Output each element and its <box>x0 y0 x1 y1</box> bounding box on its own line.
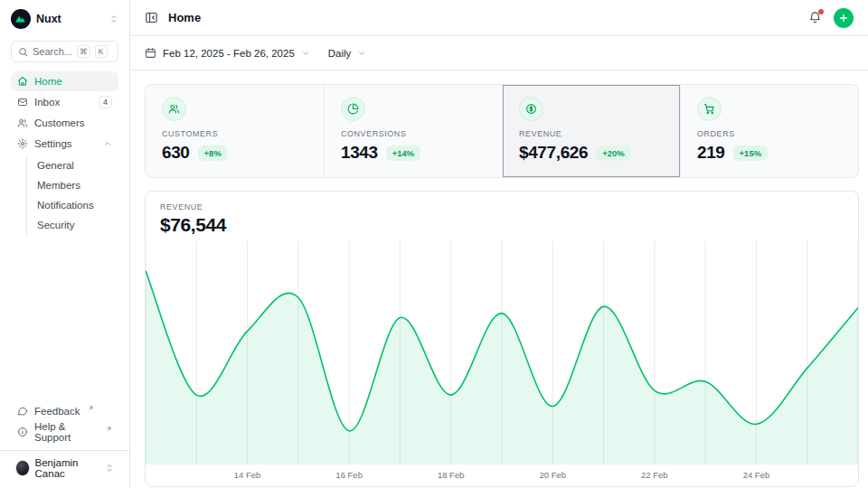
stat-delta-badge: +14% <box>386 145 421 161</box>
info-circle-icon <box>17 427 28 437</box>
search-input[interactable]: Search... ⌘ K <box>11 41 118 62</box>
sidebar: Nuxt Search... ⌘ K Home Inbox 4 Customer… <box>0 0 130 488</box>
sidebar-item-settings[interactable]: Settings <box>11 134 118 154</box>
stat-delta-badge: +20% <box>596 145 631 161</box>
plus-icon <box>838 13 849 23</box>
settings-submenu: General Members Notifications Security <box>26 155 118 235</box>
revenue-chart-svg <box>146 240 858 465</box>
notifications-button[interactable] <box>808 11 822 24</box>
sidebar-item-customers[interactable]: Customers <box>11 113 118 133</box>
sidebar-item-label: Feedback <box>34 406 80 417</box>
chevron-down-icon <box>357 49 366 58</box>
sidebar-item-home[interactable]: Home <box>11 71 118 91</box>
sidebar-item-label: Customers <box>34 117 85 128</box>
external-link-icon <box>88 405 94 411</box>
main-area: Home Feb 12, 2025 - Feb 26, 2025 Daily <box>130 0 868 488</box>
shopping-cart-icon <box>697 97 722 121</box>
user-menu[interactable]: Benjamin Canac <box>11 457 118 479</box>
x-tick: 24 Feb <box>743 470 770 480</box>
x-axis: 14 Feb 16 Feb 18 Feb 20 Feb 22 Feb 24 Fe… <box>146 465 858 486</box>
search-placeholder: Search... <box>33 46 72 57</box>
dollar-circle-icon <box>519 97 543 121</box>
chart-metric-value: $76,544 <box>160 214 844 236</box>
stat-value: $477,626 <box>519 143 588 163</box>
date-range-picker[interactable]: Feb 12, 2025 - Feb 26, 2025 <box>145 47 310 59</box>
sidebar-item-members[interactable]: Members <box>27 175 118 195</box>
stat-card-revenue[interactable]: REVENUE $477,626 +20% <box>502 85 680 177</box>
revenue-chart-card: REVENUE $76,544 14 Feb 16 Feb 18 Feb 20 … <box>145 191 859 487</box>
chart-metric-label: REVENUE <box>160 202 844 211</box>
external-link-icon <box>106 426 112 432</box>
sidebar-item-notifications[interactable]: Notifications <box>27 195 118 215</box>
stat-card-conversions[interactable]: CONVERSIONS 1343 +14% <box>324 85 502 177</box>
pie-chart-icon <box>341 97 365 121</box>
revenue-area-chart[interactable] <box>146 240 858 465</box>
user-name: Benjamin Canac <box>35 457 99 479</box>
top-header: Home <box>130 0 868 36</box>
sidebar-collapse-icon[interactable] <box>145 11 158 24</box>
stat-delta-badge: +15% <box>733 145 769 161</box>
stat-label: ORDERS <box>697 129 842 138</box>
chevron-down-icon <box>301 49 310 58</box>
stat-value: 219 <box>697 143 725 163</box>
users-icon <box>17 117 28 128</box>
message-bubble-icon <box>17 406 28 417</box>
x-tick: 16 Feb <box>335 470 363 480</box>
avatar <box>15 460 30 476</box>
period-value: Daily <box>328 48 352 59</box>
stat-label: CUSTOMERS <box>162 129 307 138</box>
sidebar-item-general[interactable]: General <box>27 155 118 175</box>
search-icon <box>18 47 28 57</box>
x-tick: 20 Feb <box>539 470 566 480</box>
sidebar-item-label: Settings <box>34 138 72 149</box>
gear-icon <box>17 138 28 149</box>
sidebar-item-feedback[interactable]: Feedback <box>11 401 118 421</box>
nuxt-logo-icon <box>11 9 31 29</box>
stat-label: REVENUE <box>519 129 664 138</box>
sidebar-item-label: Help & Support <box>34 421 99 443</box>
sidebar-item-help-support[interactable]: Help & Support <box>11 422 118 442</box>
sidebar-divider <box>0 450 129 451</box>
stat-delta-badge: +8% <box>198 145 228 161</box>
period-select[interactable]: Daily <box>328 48 367 59</box>
chart-header: REVENUE $76,544 <box>146 192 858 240</box>
sidebar-item-label: Home <box>34 76 62 87</box>
filter-toolbar: Feb 12, 2025 - Feb 26, 2025 Daily <box>130 36 868 70</box>
kbd-k: K <box>95 45 108 58</box>
workspace-name: Nuxt <box>36 13 61 25</box>
home-icon <box>17 76 28 87</box>
calendar-icon <box>145 47 156 59</box>
sidebar-item-inbox[interactable]: Inbox 4 <box>11 92 118 112</box>
sidebar-spacer <box>11 237 118 401</box>
workspace-switcher[interactable]: Nuxt <box>11 9 118 29</box>
new-item-button[interactable] <box>834 8 854 28</box>
chevron-up-icon <box>103 139 112 148</box>
stat-label: CONVERSIONS <box>341 129 486 138</box>
chevron-up-down-icon <box>109 14 118 23</box>
page-title: Home <box>168 11 201 24</box>
kbd-cmd: ⌘ <box>77 45 90 58</box>
sidebar-item-security[interactable]: Security <box>27 215 118 235</box>
date-range-value: Feb 12, 2025 - Feb 26, 2025 <box>163 48 295 59</box>
dashboard-content: CUSTOMERS 630 +8% CONVERSIONS 1343 +14% <box>130 70 868 488</box>
stats-row: CUSTOMERS 630 +8% CONVERSIONS 1343 +14% <box>145 84 859 178</box>
sidebar-item-label: Inbox <box>34 97 60 108</box>
stat-value: 630 <box>162 143 190 163</box>
stat-card-customers[interactable]: CUSTOMERS 630 +8% <box>146 85 324 177</box>
inbox-count-badge: 4 <box>99 96 112 108</box>
stat-card-orders[interactable]: ORDERS 219 +15% <box>680 85 858 177</box>
users-icon <box>162 97 186 121</box>
stat-value: 1343 <box>341 143 378 163</box>
x-tick: 18 Feb <box>438 470 465 480</box>
inbox-icon <box>17 97 28 108</box>
notification-dot <box>818 9 824 14</box>
x-tick: 22 Feb <box>641 470 668 480</box>
chevron-up-down-icon <box>105 464 114 473</box>
x-tick: 14 Feb <box>234 470 261 480</box>
